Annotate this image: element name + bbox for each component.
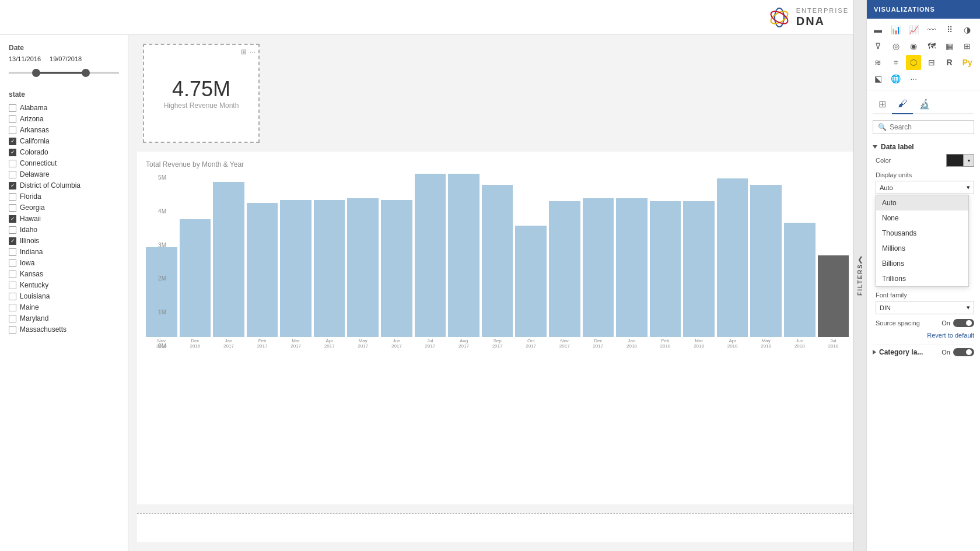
state-item[interactable]: Idaho (9, 225, 119, 234)
state-item[interactable]: Colorado (9, 148, 119, 157)
viz-icon-funnel[interactable]: ⊽ (870, 38, 886, 54)
date-slider[interactable] (9, 67, 119, 79)
state-item[interactable]: Indiana (9, 247, 119, 257)
state-checkbox[interactable] (9, 127, 16, 134)
state-checkbox[interactable] (9, 226, 16, 234)
viz-icon-scatter[interactable]: ⠿ (942, 22, 957, 37)
state-item[interactable]: Louisiana (9, 292, 119, 301)
state-checkbox[interactable] (9, 115, 16, 123)
viz-icon-r[interactable]: R (942, 55, 957, 70)
search-input[interactable] (890, 123, 977, 131)
bar-group[interactable]: Apr 2018 (717, 178, 748, 349)
viz-icon-card[interactable]: ⬡ (906, 55, 921, 70)
viz-icon-map[interactable]: 🗺 (924, 38, 939, 54)
viz-icon-pie[interactable]: ◑ (960, 22, 975, 37)
bar[interactable] (818, 255, 849, 337)
state-checkbox[interactable] (9, 182, 16, 189)
bar-group[interactable]: Jul 2017 (415, 174, 446, 349)
viz-icon-gauge[interactable]: ◎ (888, 38, 904, 54)
state-item[interactable]: Alabama (9, 103, 119, 113)
data-label-header[interactable]: Data label (873, 140, 974, 154)
bar-group[interactable]: Mar 2017 (280, 200, 312, 349)
bar[interactable] (549, 201, 580, 336)
bar[interactable] (717, 178, 748, 337)
viz-icon-donut[interactable]: ◉ (906, 38, 921, 54)
bar-group[interactable]: Jun 2018 (784, 223, 816, 349)
font-family-select[interactable]: DIN ▾ (876, 301, 974, 314)
bar-group[interactable]: Sep 2017 (482, 185, 513, 349)
state-checkbox[interactable] (9, 171, 16, 178)
bar-group[interactable]: Nov 2017 (549, 201, 580, 349)
option-trillions[interactable]: Trillions (876, 271, 968, 286)
state-checkbox[interactable] (9, 304, 16, 311)
slider-thumb-left[interactable] (32, 69, 40, 77)
state-checkbox[interactable] (9, 315, 16, 322)
bar[interactable] (515, 226, 547, 336)
bar-group[interactable]: Jan 2017 (213, 182, 244, 349)
viz-icon-kpi[interactable]: ⬕ (870, 71, 886, 86)
bar-group[interactable]: May 2017 (347, 198, 379, 349)
viz-icon-bar[interactable]: ▬ (870, 22, 886, 37)
tab-analytics[interactable]: 🔬 (913, 95, 936, 114)
option-none[interactable]: None (876, 210, 968, 226)
bar-group[interactable]: Aug 2017 (448, 174, 480, 349)
display-units-select[interactable]: Auto ▾ (876, 181, 974, 194)
option-billions[interactable]: Billions (876, 256, 968, 271)
viz-icon-matrix[interactable]: ⊞ (960, 38, 975, 54)
bar-group[interactable]: Dec 2016 (180, 219, 211, 349)
bar[interactable] (381, 200, 412, 337)
option-thousands[interactable]: Thousands (876, 226, 968, 241)
state-checkbox[interactable] (9, 237, 16, 245)
state-checkbox[interactable] (9, 149, 16, 156)
tab-format[interactable]: 🖌 (892, 95, 913, 114)
state-item[interactable]: Florida (9, 192, 119, 201)
bar-group[interactable]: Dec 2017 (583, 198, 614, 349)
revert-btn[interactable]: Revert to default (876, 332, 974, 339)
option-auto[interactable]: Auto (876, 195, 968, 210)
viz-icon-area[interactable]: 〰 (924, 22, 939, 37)
more-icon[interactable]: ··· (250, 48, 256, 56)
state-item[interactable]: Delaware (9, 170, 119, 179)
state-item[interactable]: Connecticut (9, 159, 119, 168)
bar[interactable] (347, 198, 379, 337)
bar[interactable] (448, 174, 480, 337)
state-checkbox[interactable] (9, 282, 16, 289)
panel-collapse-strip[interactable]: ❮ FILTERS (853, 0, 866, 551)
state-item[interactable]: Maine (9, 303, 119, 312)
state-checkbox[interactable] (9, 193, 16, 201)
state-item[interactable]: Arkansas (9, 125, 119, 135)
viz-icon-py[interactable]: Py (960, 55, 975, 70)
bar-group[interactable]: May 2018 (750, 185, 782, 349)
viz-icon-ribbon[interactable]: ⌗ (888, 55, 904, 70)
state-item[interactable]: Maryland (9, 314, 119, 323)
bar[interactable] (280, 200, 312, 337)
bar-group[interactable]: Jan 2018 (616, 198, 648, 349)
state-item[interactable]: California (9, 136, 119, 146)
bar[interactable] (213, 182, 244, 337)
state-item[interactable]: Iowa (9, 258, 119, 268)
bar[interactable] (314, 200, 345, 337)
state-checkbox[interactable] (9, 104, 16, 112)
bar[interactable] (247, 203, 278, 337)
viz-icon-more1[interactable]: ··· (906, 71, 921, 86)
bar[interactable] (784, 223, 816, 337)
bar-group[interactable]: Jul 2018 (818, 255, 849, 349)
viz-icon-waterfall[interactable]: ≋ (870, 55, 886, 70)
viz-icon-table[interactable]: ⊟ (924, 55, 939, 70)
state-item[interactable]: Kansas (9, 269, 119, 279)
bar[interactable] (180, 219, 211, 337)
bar-group[interactable]: Feb 2018 (650, 201, 681, 349)
bar[interactable] (650, 201, 681, 336)
filter-icon[interactable]: ⊞ (241, 48, 247, 56)
bar[interactable] (750, 185, 782, 336)
state-item[interactable]: Massachusetts (9, 325, 119, 334)
bar-group[interactable]: Oct 2017 (515, 226, 547, 349)
color-dropdown-btn[interactable]: ▾ (964, 154, 974, 167)
state-item[interactable]: Illinois (9, 236, 119, 245)
state-checkbox[interactable] (9, 271, 16, 278)
slider-thumb-right[interactable] (82, 69, 90, 77)
option-millions[interactable]: Millions (876, 241, 968, 256)
bar-group[interactable]: Mar 2018 (683, 201, 715, 349)
state-checkbox[interactable] (9, 138, 16, 145)
state-checkbox[interactable] (9, 248, 16, 256)
